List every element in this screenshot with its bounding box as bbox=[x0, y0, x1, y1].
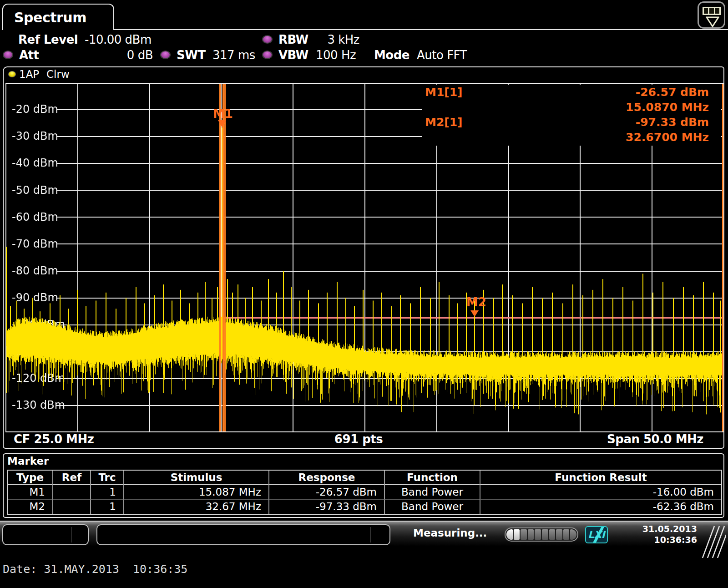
progress-segment bbox=[556, 529, 562, 540]
marker-table-cell[interactable]: M2 bbox=[8, 500, 52, 514]
vbw-bullet-icon bbox=[262, 51, 273, 59]
marker-table-cell[interactable]: Band Power bbox=[384, 500, 480, 514]
trace-info-bar: 1AP Clrw bbox=[4, 67, 723, 82]
progress-segment bbox=[514, 529, 520, 540]
att-bullet-icon bbox=[3, 51, 13, 59]
marker1-level: -26.57 dBm bbox=[636, 86, 709, 99]
ref-level-label: Ref Level bbox=[18, 32, 78, 47]
display-layout-icon bbox=[703, 7, 721, 15]
marker-table-header-trc: Trc bbox=[90, 471, 123, 485]
trace1-label[interactable]: 1AP bbox=[19, 68, 39, 80]
sweep-progress-bar bbox=[505, 527, 578, 542]
status-bar: Measuring... LXI 31.05.2013 10:36:36 bbox=[0, 521, 728, 546]
tab-spectrum-label: Spectrum bbox=[14, 10, 86, 25]
marker1-name[interactable]: M1[1] bbox=[425, 86, 463, 99]
marker-readout-block: M1[1] -26.57 dBm 15.0870 MHz M2[1] -97.3… bbox=[422, 85, 721, 146]
mode-value[interactable]: Auto FFT bbox=[417, 47, 467, 63]
rbw-bullet-icon bbox=[262, 35, 273, 44]
marker-table-header-stimulus: Stimulus bbox=[123, 471, 268, 485]
status-text: Measuring... bbox=[413, 527, 487, 539]
marker-table-cell[interactable] bbox=[52, 500, 90, 514]
status-date: 31.05.2013 bbox=[619, 523, 697, 534]
progress-segment bbox=[506, 529, 513, 540]
trace1-mode[interactable]: Clrw bbox=[46, 68, 70, 80]
att-label: Att bbox=[19, 47, 39, 63]
marker2-name[interactable]: M2[1] bbox=[425, 116, 463, 129]
marker-table-cell[interactable]: 32.67 MHz bbox=[123, 500, 268, 514]
footer-date-line: Date: 31.MAY.2013 10:36:35 bbox=[3, 563, 187, 576]
swt-label: SWT bbox=[177, 47, 206, 63]
marker-table: TypeRefTrcStimulusResponseFunctionFuncti… bbox=[7, 470, 722, 515]
status-time: 10:36:36 bbox=[619, 534, 697, 545]
marker-table-window: Marker TypeRefTrcStimulusResponseFunctio… bbox=[3, 453, 724, 518]
marker-table-cell[interactable]: -62.36 dBm bbox=[480, 500, 721, 514]
progress-segment bbox=[549, 529, 556, 540]
lxi-indicator-icon: LXI bbox=[585, 526, 608, 543]
ref-level-value[interactable]: -10.00 dBm bbox=[85, 32, 152, 47]
marker-table-cell[interactable]: 1 bbox=[90, 485, 123, 500]
tab-strip-divider bbox=[114, 29, 728, 30]
marker-table-cell[interactable]: -26.57 dBm bbox=[268, 485, 384, 500]
att-value[interactable]: 0 dB bbox=[123, 47, 153, 63]
marker-table-header-type: Type bbox=[8, 471, 52, 485]
progress-segment bbox=[535, 529, 541, 540]
clock-block: 31.05.2013 10:36:36 bbox=[619, 523, 697, 545]
span-value[interactable]: Span 50.0 MHz bbox=[607, 432, 703, 446]
swt-value[interactable]: 317 ms bbox=[212, 47, 255, 63]
rbw-label: RBW bbox=[278, 32, 308, 47]
resize-grip-icon[interactable] bbox=[700, 523, 726, 558]
spectrum-display-window: 1AP Clrw M1[1] -26.57 dBm 15.0870 MHz M2… bbox=[3, 66, 724, 449]
marker-table-cell[interactable] bbox=[52, 485, 90, 500]
softkey-divider bbox=[71, 527, 72, 542]
marker-table-cell[interactable]: 15.087 MHz bbox=[123, 485, 268, 500]
vbw-value[interactable]: 100 Hz bbox=[316, 47, 356, 63]
marker-table-cell[interactable]: Band Power bbox=[384, 485, 480, 500]
progress-segment bbox=[570, 529, 576, 540]
marker1-frequency: 15.0870 MHz bbox=[626, 101, 709, 114]
tab-spectrum[interactable]: Spectrum bbox=[2, 4, 114, 30]
softkey-divider bbox=[370, 527, 371, 542]
progress-segment bbox=[521, 529, 527, 540]
softkey-slot-2[interactable] bbox=[96, 524, 390, 545]
marker-table-cell[interactable]: -16.00 dBm bbox=[480, 485, 721, 500]
progress-segment bbox=[563, 529, 570, 540]
mode-label: Mode bbox=[374, 47, 410, 63]
marker2-frequency: 32.6700 MHz bbox=[626, 131, 709, 144]
progress-segment bbox=[528, 529, 534, 540]
rbw-value[interactable]: 3 kHz bbox=[318, 32, 359, 47]
frequency-axis-bar: CF 25.0 MHz 691 pts Span 50.0 MHz bbox=[4, 432, 723, 448]
center-frequency[interactable]: CF 25.0 MHz bbox=[14, 432, 94, 446]
marker-table-header-response: Response bbox=[268, 471, 384, 485]
marker2-level: -97.33 dBm bbox=[636, 116, 709, 129]
trace1-led-icon bbox=[8, 71, 16, 77]
marker-table-header-function-result: Function Result bbox=[480, 471, 721, 485]
chevron-down-icon bbox=[706, 16, 719, 27]
instrument-screen: { "window": { "tab_title": "Spectrum" },… bbox=[0, 0, 728, 588]
marker-table-header-function: Function bbox=[384, 471, 480, 485]
sweep-points: 691 pts bbox=[304, 432, 413, 446]
marker-table-header-ref: Ref bbox=[52, 471, 90, 485]
vbw-label: VBW bbox=[278, 47, 308, 63]
swt-bullet-icon bbox=[160, 51, 171, 59]
softkey-slot-1[interactable] bbox=[2, 524, 89, 545]
marker-table-cell[interactable]: 1 bbox=[90, 500, 123, 514]
progress-segment bbox=[542, 529, 548, 540]
marker-table-cell[interactable]: M1 bbox=[8, 485, 52, 500]
spectrum-grid: M1[1] -26.57 dBm 15.0870 MHz M2[1] -97.3… bbox=[5, 83, 723, 432]
marker-table-cell[interactable]: -97.33 dBm bbox=[268, 500, 384, 514]
display-layout-button[interactable] bbox=[698, 1, 725, 29]
marker-table-title: Marker bbox=[7, 455, 49, 467]
